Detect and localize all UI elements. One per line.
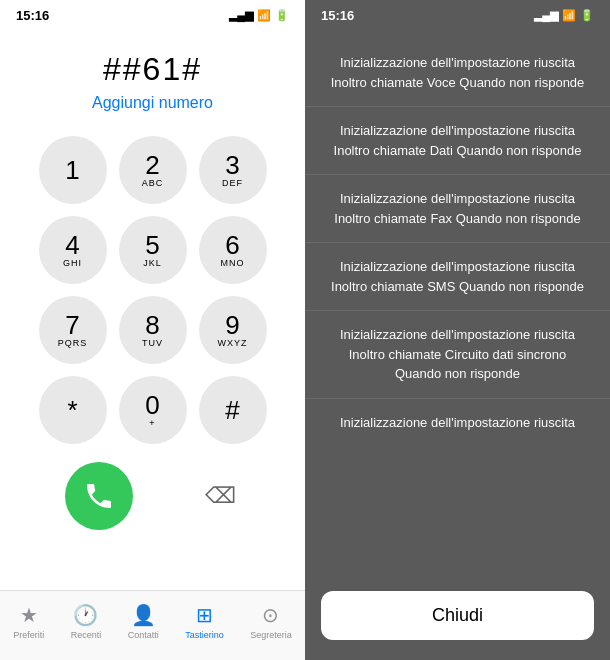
nav-label-segreteria: Segreteria [250, 630, 292, 640]
key-6[interactable]: 6MNO [199, 216, 267, 284]
wifi-icon-right: 📶 [562, 9, 576, 22]
phone-icon [83, 480, 115, 512]
battery-icon: 🔋 [275, 9, 289, 22]
key-9[interactable]: 9WXYZ [199, 296, 267, 364]
status-bar-left: 15:16 ▂▄▆ 📶 🔋 [0, 0, 305, 27]
nav-icon-preferiti: ★ [20, 603, 38, 627]
nav-label-preferiti: Preferiti [13, 630, 44, 640]
key-2[interactable]: 2ABC [119, 136, 187, 204]
result-item-4: Inizializzazione dell'impostazione riusc… [305, 311, 610, 399]
nav-label-recenti: Recenti [71, 630, 102, 640]
keypad: 12ABC3DEF4GHI5JKL6MNO7PQRS8TUV9WXYZ*0+# [39, 136, 267, 444]
status-icons-right: ▂▄▆ 📶 🔋 [534, 9, 594, 22]
key-4[interactable]: 4GHI [39, 216, 107, 284]
signal-icon-right: ▂▄▆ [534, 9, 558, 22]
bottom-nav: ★Preferiti🕐Recenti👤Contatti⊞Tastierino⊙S… [0, 590, 305, 660]
signal-icon: ▂▄▆ [229, 9, 253, 22]
result-item-0: Inizializzazione dell'impostazione riusc… [305, 39, 610, 107]
dial-actions: ⌫ [43, 462, 263, 530]
wifi-icon: 📶 [257, 9, 271, 22]
result-item-5: Inizializzazione dell'impostazione riusc… [305, 399, 610, 447]
right-panel: 15:16 ▂▄▆ 📶 🔋 Inizializzazione dell'impo… [305, 0, 610, 660]
nav-item-contatti[interactable]: 👤Contatti [128, 603, 159, 640]
nav-icon-contatti: 👤 [131, 603, 156, 627]
result-item-2: Inizializzazione dell'impostazione riusc… [305, 175, 610, 243]
nav-item-segreteria[interactable]: ⊙Segreteria [250, 603, 292, 640]
delete-button[interactable]: ⌫ [201, 476, 241, 516]
time-left: 15:16 [16, 8, 49, 23]
nav-icon-segreteria: ⊙ [262, 603, 279, 627]
result-list: Inizializzazione dell'impostazione riusc… [305, 27, 610, 581]
time-right: 15:16 [321, 8, 354, 23]
battery-icon-right: 🔋 [580, 9, 594, 22]
call-button[interactable] [65, 462, 133, 530]
nav-item-tastierino[interactable]: ⊞Tastierino [185, 603, 224, 640]
key-0[interactable]: 0+ [119, 376, 187, 444]
nav-label-tastierino: Tastierino [185, 630, 224, 640]
key-7[interactable]: 7PQRS [39, 296, 107, 364]
nav-label-contatti: Contatti [128, 630, 159, 640]
close-btn-container: Chiudi [305, 581, 610, 660]
key-8[interactable]: 8TUV [119, 296, 187, 364]
nav-icon-tastierino: ⊞ [196, 603, 213, 627]
key-5[interactable]: 5JKL [119, 216, 187, 284]
nav-icon-recenti: 🕐 [73, 603, 98, 627]
result-item-1: Inizializzazione dell'impostazione riusc… [305, 107, 610, 175]
dial-display: ##61# Aggiungi numero [92, 51, 213, 112]
close-button[interactable]: Chiudi [321, 591, 594, 640]
status-bar-right: 15:16 ▂▄▆ 📶 🔋 [305, 0, 610, 27]
key-3[interactable]: 3DEF [199, 136, 267, 204]
key-*[interactable]: * [39, 376, 107, 444]
result-item-3: Inizializzazione dell'impostazione riusc… [305, 243, 610, 311]
left-panel: 15:16 ▂▄▆ 📶 🔋 ##61# Aggiungi numero 12AB… [0, 0, 305, 660]
add-number-label[interactable]: Aggiungi numero [92, 94, 213, 112]
key-#[interactable]: # [199, 376, 267, 444]
nav-item-preferiti[interactable]: ★Preferiti [13, 603, 44, 640]
nav-item-recenti[interactable]: 🕐Recenti [71, 603, 102, 640]
key-1[interactable]: 1 [39, 136, 107, 204]
dial-code: ##61# [92, 51, 213, 88]
status-icons-left: ▂▄▆ 📶 🔋 [229, 9, 289, 22]
